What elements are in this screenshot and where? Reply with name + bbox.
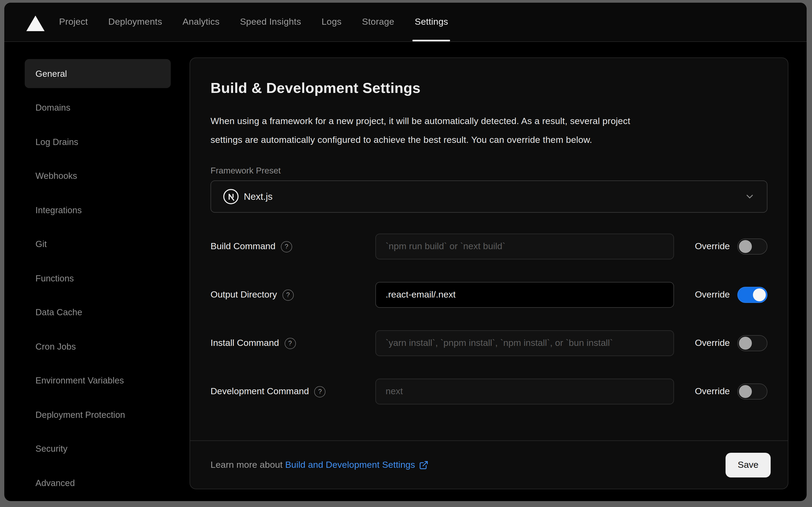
development-command-override-toggle[interactable] xyxy=(737,384,767,400)
card-footer: Learn more about Build and Development S… xyxy=(190,440,788,489)
install-command-row: Install Command ? Override xyxy=(211,330,767,356)
description-line-2: settings are automatically configured to… xyxy=(211,135,592,145)
sidebar-item-advanced[interactable]: Advanced xyxy=(25,468,171,497)
framework-preset-select[interactable]: Next.js xyxy=(211,180,767,213)
learn-more-text: Learn more about xyxy=(211,459,285,470)
help-icon[interactable]: ? xyxy=(284,338,296,349)
help-icon[interactable]: ? xyxy=(281,241,292,252)
install-command-label: Install Command xyxy=(211,338,279,349)
sidebar-item-log-drains[interactable]: Log Drains xyxy=(25,127,171,156)
override-label: Override xyxy=(695,386,730,397)
development-command-input[interactable] xyxy=(375,379,674,404)
sidebar-item-security[interactable]: Security xyxy=(25,434,171,463)
help-icon[interactable]: ? xyxy=(314,386,326,397)
page-title: Build & Development Settings xyxy=(211,79,767,97)
page: Project Deployments Analytics Speed Insi… xyxy=(0,0,812,507)
build-command-input[interactable] xyxy=(375,234,674,260)
output-directory-row: Output Directory ? Override xyxy=(211,282,767,308)
chevron-down-icon xyxy=(744,191,755,202)
sidebar-item-cron-jobs[interactable]: Cron Jobs xyxy=(25,332,171,361)
tab-settings[interactable]: Settings xyxy=(415,3,448,41)
framework-preset-label: Framework Preset xyxy=(211,165,767,176)
build-command-row: Build Command ? Override xyxy=(211,234,767,260)
sidebar-item-webhooks[interactable]: Webhooks xyxy=(25,161,171,190)
output-directory-input[interactable] xyxy=(375,282,674,308)
output-directory-label: Output Directory xyxy=(211,289,277,300)
toggle-knob xyxy=(753,288,766,301)
nextjs-logo-icon xyxy=(223,188,239,205)
sidebar-item-functions[interactable]: Functions xyxy=(25,264,171,293)
active-tab-underline xyxy=(413,40,450,41)
override-label: Override xyxy=(695,241,730,252)
description-line-1: When using a framework for a new project… xyxy=(211,116,630,126)
toggle-knob xyxy=(739,385,752,398)
install-command-override-toggle[interactable] xyxy=(737,335,767,351)
build-command-override-toggle[interactable] xyxy=(737,238,767,255)
card-description: When using a framework for a new project… xyxy=(211,112,767,149)
sidebar-item-general[interactable]: General xyxy=(25,59,171,88)
vercel-triangle-icon[interactable] xyxy=(26,15,45,31)
settings-sidebar: General Domains Log Drains Webhooks Inte… xyxy=(25,59,180,501)
save-button[interactable]: Save xyxy=(726,452,771,477)
app-window: Project Deployments Analytics Speed Insi… xyxy=(4,3,807,501)
tab-logs[interactable]: Logs xyxy=(322,3,342,41)
sidebar-item-integrations[interactable]: Integrations xyxy=(25,195,171,225)
build-dev-settings-card: Build & Development Settings When using … xyxy=(189,57,789,489)
override-label: Override xyxy=(695,289,730,300)
build-dev-settings-link[interactable]: Build and Development Settings xyxy=(285,459,428,470)
external-link-icon xyxy=(419,460,428,470)
build-command-label: Build Command xyxy=(211,241,276,252)
tab-speed-insights[interactable]: Speed Insights xyxy=(240,3,301,41)
toggle-knob xyxy=(739,337,752,350)
link-label: Build and Development Settings xyxy=(285,459,415,470)
development-command-label: Development Command xyxy=(211,386,309,397)
tab-project[interactable]: Project xyxy=(59,3,88,41)
sidebar-item-data-cache[interactable]: Data Cache xyxy=(25,298,171,327)
help-icon[interactable]: ? xyxy=(283,289,294,300)
tab-settings-label: Settings xyxy=(415,17,448,27)
output-directory-override-toggle[interactable] xyxy=(737,287,767,303)
tab-deployments[interactable]: Deployments xyxy=(108,3,162,41)
framework-preset-value: Next.js xyxy=(244,191,273,202)
sidebar-item-git[interactable]: Git xyxy=(25,230,171,259)
card-content: Build & Development Settings When using … xyxy=(190,58,788,404)
install-command-input[interactable] xyxy=(375,330,674,356)
tab-storage[interactable]: Storage xyxy=(362,3,395,41)
top-nav: Project Deployments Analytics Speed Insi… xyxy=(4,3,807,42)
override-label: Override xyxy=(695,338,730,349)
settings-rows: Build Command ? Override Output Director… xyxy=(211,234,767,404)
tab-analytics[interactable]: Analytics xyxy=(183,3,220,41)
toggle-knob xyxy=(739,240,752,253)
nav-tabs: Project Deployments Analytics Speed Insi… xyxy=(59,3,448,41)
sidebar-item-deployment-protection[interactable]: Deployment Protection xyxy=(25,400,171,429)
sidebar-item-domains[interactable]: Domains xyxy=(25,93,171,122)
development-command-row: Development Command ? Override xyxy=(211,379,767,404)
sidebar-item-environment-variables[interactable]: Environment Variables xyxy=(25,366,171,395)
